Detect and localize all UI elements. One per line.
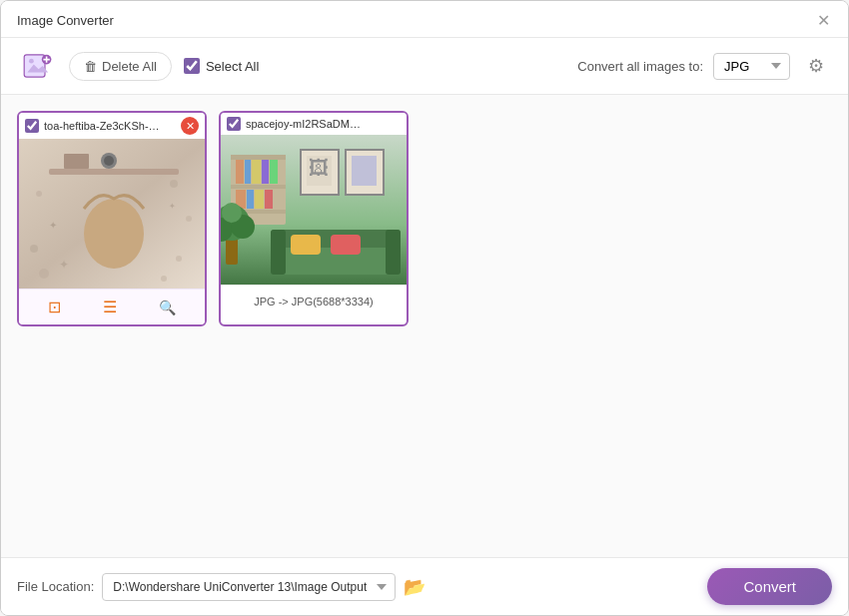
close-button[interactable]: ✕ <box>814 11 832 29</box>
card-2-filename: spacejoy-mI2RSaDME-k-... <box>246 118 366 130</box>
settings-button[interactable]: ⚙ <box>800 50 832 82</box>
convert-button[interactable]: Convert <box>707 568 832 605</box>
svg-point-13 <box>170 180 178 188</box>
file-location-area: File Location: D:\Wondershare UniConvert… <box>17 573 425 601</box>
file-location-label: File Location: <box>17 579 94 594</box>
svg-rect-30 <box>262 160 269 184</box>
folder-icon: 📂 <box>404 576 425 598</box>
title-bar: Image Converter ✕ <box>1 1 848 38</box>
content-area: toa-heftiba-Ze3cKSh-Kg... ✕ <box>1 95 848 557</box>
browse-folder-button[interactable]: 📂 <box>404 576 425 598</box>
image-card-1: toa-heftiba-Ze3cKSh-Kg... ✕ <box>17 111 207 326</box>
svg-rect-46 <box>386 230 401 275</box>
svg-rect-47 <box>291 235 321 255</box>
select-all-checkbox[interactable] <box>184 58 200 74</box>
svg-point-14 <box>186 216 192 222</box>
svg-rect-24 <box>231 155 286 160</box>
svg-point-18 <box>161 276 167 282</box>
svg-point-15 <box>30 245 38 253</box>
card-1-filename: toa-heftiba-Ze3cKSh-Kg... <box>44 120 164 132</box>
card-2-footer: JPG -> JPG(5688*3334) <box>221 285 407 315</box>
gear-icon: ⚙ <box>808 55 824 77</box>
card-2-checkbox[interactable] <box>227 117 241 131</box>
convert-all-label: Convert all images to: <box>577 59 703 74</box>
svg-rect-34 <box>255 190 264 209</box>
card-2-image-area: 🖼 <box>221 135 407 285</box>
main-window: Image Converter ✕ 🗑 Delete All <box>0 0 849 616</box>
svg-point-16 <box>176 256 182 262</box>
svg-text:✦: ✦ <box>59 258 69 272</box>
card-1-crop-button[interactable]: ⊡ <box>42 296 67 318</box>
svg-rect-33 <box>247 190 254 209</box>
svg-rect-29 <box>252 160 261 184</box>
card-1-checkbox[interactable] <box>25 119 39 133</box>
svg-rect-35 <box>265 190 273 209</box>
card-1-image: ✦ ✦ ✦ <box>19 139 205 289</box>
svg-point-17 <box>39 269 49 279</box>
trash-icon: 🗑 <box>84 59 97 74</box>
delete-all-button[interactable]: 🗑 Delete All <box>69 52 172 81</box>
select-all-wrapper[interactable]: Select All <box>184 58 259 74</box>
svg-point-10 <box>104 156 114 166</box>
card-1-list-button[interactable]: ☰ <box>97 296 123 318</box>
card-1-zoom-button[interactable]: 🔍 <box>153 298 182 317</box>
add-image-icon <box>21 50 53 82</box>
crop-icon: ⊡ <box>48 298 61 316</box>
delete-all-label: Delete All <box>102 59 157 74</box>
svg-rect-7 <box>49 169 179 175</box>
svg-rect-48 <box>331 235 361 255</box>
image-card-1-header: toa-heftiba-Ze3cKSh-Kg... ✕ <box>19 113 205 139</box>
svg-text:✦: ✦ <box>49 220 57 231</box>
image-card-2: spacejoy-mI2RSaDME-k-... <box>219 111 409 326</box>
svg-point-11 <box>84 199 144 269</box>
add-image-button[interactable] <box>17 46 57 86</box>
svg-rect-8 <box>64 154 89 169</box>
svg-rect-42 <box>352 156 377 186</box>
card-1-footer: ⊡ ☰ 🔍 <box>19 289 205 324</box>
select-all-label: Select All <box>206 59 259 74</box>
card-1-image-area: ✦ ✦ ✦ <box>19 139 205 289</box>
zoom-icon: 🔍 <box>159 300 176 315</box>
file-location-select[interactable]: D:\Wondershare UniConverter 13\Image Out… <box>102 573 396 601</box>
window-title: Image Converter <box>17 13 114 28</box>
svg-rect-27 <box>236 160 244 184</box>
card-1-checkbox-area: toa-heftiba-Ze3cKSh-Kg... <box>25 119 164 133</box>
svg-rect-28 <box>245 160 251 184</box>
card-1-remove-button[interactable]: ✕ <box>181 117 199 135</box>
toolbar: 🗑 Delete All Select All Convert all imag… <box>1 38 848 95</box>
card-2-image: 🖼 <box>221 135 407 285</box>
card-2-checkbox-area: spacejoy-mI2RSaDME-k-... <box>227 117 366 131</box>
svg-rect-31 <box>270 160 278 184</box>
svg-rect-45 <box>271 230 286 275</box>
svg-rect-25 <box>231 185 286 189</box>
list-icon: ☰ <box>103 298 117 316</box>
svg-text:✦: ✦ <box>169 202 176 211</box>
bottom-bar: File Location: D:\Wondershare UniConvert… <box>1 557 848 615</box>
toolbar-left: 🗑 Delete All Select All <box>17 46 577 86</box>
svg-text:🖼: 🖼 <box>309 157 329 179</box>
card-2-conversion-info: JPG -> JPG(5688*3334) <box>254 296 374 308</box>
format-select[interactable]: JPG PNG BMP WEBP TIFF <box>713 53 790 80</box>
image-card-2-header: spacejoy-mI2RSaDME-k-... <box>221 113 407 135</box>
toolbar-right: Convert all images to: JPG PNG BMP WEBP … <box>577 50 832 82</box>
svg-point-1 <box>29 59 34 64</box>
svg-point-12 <box>36 191 42 197</box>
svg-point-53 <box>222 203 242 223</box>
